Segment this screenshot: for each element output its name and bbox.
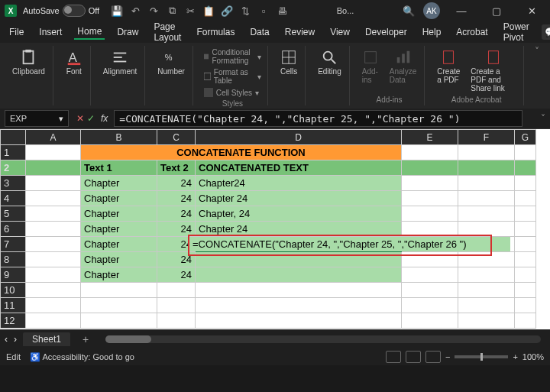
addins-button[interactable]: Add-ins xyxy=(359,47,382,86)
name-box[interactable]: EXP▾ xyxy=(5,110,69,127)
row-8[interactable]: 8 xyxy=(1,252,26,267)
menu-draw[interactable]: Draw xyxy=(114,25,141,39)
cell-B7[interactable]: Chapter xyxy=(81,237,157,252)
cell-C4[interactable]: 24 xyxy=(157,191,196,206)
cell-C8[interactable]: 24 xyxy=(157,252,196,267)
row-9[interactable]: 9 xyxy=(1,267,26,283)
menu-review[interactable]: Review xyxy=(282,25,318,39)
worksheet[interactable]: A B C D E F G 1CONCATENATE FUNCTION 2Tex… xyxy=(0,129,550,329)
sheet-tab-1[interactable]: Sheet1 xyxy=(23,332,70,346)
menu-home[interactable]: Home xyxy=(74,24,105,40)
zoom-out-icon[interactable]: − xyxy=(445,352,450,361)
cell-B3[interactable]: Chapter xyxy=(81,176,157,191)
row-1[interactable]: 1 xyxy=(1,145,26,160)
conditional-formatting-button[interactable]: Conditional Formatting ▾ xyxy=(202,47,263,66)
row-12[interactable]: 12 xyxy=(1,313,26,329)
format-as-table-button[interactable]: Format as Table ▾ xyxy=(202,67,263,86)
formula-input[interactable]: =CONCATENATE("Chapter 24, ","Chapter 25,… xyxy=(114,110,522,127)
menu-page-layout[interactable]: Page Layout xyxy=(150,20,184,44)
alignment-button[interactable]: Alignment xyxy=(100,47,140,77)
menu-insert[interactable]: Insert xyxy=(36,25,65,39)
add-sheet-icon[interactable]: + xyxy=(76,333,95,345)
chevron-down-icon[interactable]: ▾ xyxy=(59,114,63,124)
cell-B6[interactable]: Chapter xyxy=(81,222,157,237)
menu-help[interactable]: Help xyxy=(419,25,445,39)
font-button[interactable]: AFont xyxy=(63,47,86,77)
toggle-off-icon[interactable] xyxy=(63,5,86,17)
cell-B9[interactable]: Chapter xyxy=(81,267,157,283)
col-G[interactable]: G xyxy=(515,130,536,145)
cell-B4[interactable]: Chapter xyxy=(81,191,157,206)
row-4[interactable]: 4 xyxy=(1,191,26,206)
share-pdf-button[interactable]: Create a PDF and Share link xyxy=(467,47,519,94)
autosave-toggle[interactable]: AutoSave Off xyxy=(23,5,99,17)
col-A[interactable]: A xyxy=(26,130,81,145)
collapse-ribbon-icon[interactable]: ˅ xyxy=(529,46,545,105)
col-C[interactable]: C xyxy=(157,130,196,145)
redo-icon[interactable]: ↷ xyxy=(147,4,160,18)
cell-D6[interactable]: Chapter 24 xyxy=(196,222,402,237)
cell-D9[interactable] xyxy=(196,267,402,283)
print-icon[interactable]: 🖶 xyxy=(275,4,289,18)
cell-B8[interactable]: Chapter xyxy=(81,252,157,267)
cut-icon[interactable]: ✂ xyxy=(183,4,197,18)
cell-C6[interactable]: 24 xyxy=(157,222,196,237)
col-B[interactable]: B xyxy=(81,130,157,145)
paste-icon[interactable]: 📋 xyxy=(202,4,215,18)
cell-title[interactable]: CONCATENATE FUNCTION xyxy=(81,145,402,160)
menu-power-pivot[interactable]: Power Pivot xyxy=(500,20,532,44)
row-10[interactable]: 10 xyxy=(1,283,26,298)
row-6[interactable]: 6 xyxy=(1,222,26,237)
menu-data[interactable]: Data xyxy=(247,25,272,39)
number-button[interactable]: %Number xyxy=(154,47,188,77)
row-11[interactable]: 11 xyxy=(1,298,26,313)
page-break-view-icon[interactable] xyxy=(425,351,441,363)
normal-view-icon[interactable] xyxy=(386,351,401,363)
search-icon[interactable]: 🔍 xyxy=(402,4,416,18)
cell-C5[interactable]: 24 xyxy=(157,206,196,222)
cell-B5[interactable]: Chapter xyxy=(81,206,157,222)
paste-button[interactable]: Clipboard xyxy=(9,47,48,77)
zoom-level[interactable]: 100% xyxy=(522,352,544,361)
accept-formula-icon[interactable]: ✓ xyxy=(87,113,95,124)
fx-icon[interactable]: fx xyxy=(98,113,111,124)
col-D[interactable]: D xyxy=(196,130,402,145)
menu-formulas[interactable]: Formulas xyxy=(193,25,238,39)
cell-styles-button[interactable]: Cell Styles ▾ xyxy=(202,87,263,98)
link-icon[interactable]: 🔗 xyxy=(220,4,234,18)
cell-D5[interactable]: Chapter, 24 xyxy=(196,206,402,222)
menu-acrobat[interactable]: Acrobat xyxy=(453,25,490,39)
comments-icon[interactable]: 💬 xyxy=(542,24,550,40)
column-headers[interactable]: A B C D E F G xyxy=(1,130,536,145)
cells-button[interactable]: Cells xyxy=(277,47,300,77)
grid[interactable]: A B C D E F G 1CONCATENATE FUNCTION 2Tex… xyxy=(0,129,536,329)
cell-B2[interactable]: Text 1 xyxy=(81,160,157,176)
row-5[interactable]: 5 xyxy=(1,206,26,222)
minimize-icon[interactable]: — xyxy=(448,0,475,21)
prev-sheet-icon[interactable]: ‹ xyxy=(5,334,8,345)
cancel-formula-icon[interactable]: ✕ xyxy=(76,113,84,124)
create-pdf-button[interactable]: Create a PDF xyxy=(434,47,463,86)
analyze-data-button[interactable]: Analyze Data xyxy=(387,47,420,86)
cell-D4[interactable]: Chapter 24 xyxy=(196,191,402,206)
menu-developer[interactable]: Developer xyxy=(362,25,410,39)
cell-D7-overflow[interactable]: =CONCATENATE("Chapter 24, ","Chapter 25,… xyxy=(189,237,510,251)
row-2[interactable]: 2 xyxy=(1,160,26,176)
undo-icon[interactable]: ↶ xyxy=(128,4,142,18)
expand-formula-icon[interactable]: ˅ xyxy=(536,113,550,124)
col-E[interactable]: E xyxy=(402,130,458,145)
next-sheet-icon[interactable]: › xyxy=(14,334,17,345)
menu-file[interactable]: File xyxy=(6,25,27,39)
save-icon[interactable]: 💾 xyxy=(110,4,124,18)
row-3[interactable]: 3 xyxy=(1,176,26,191)
new-icon[interactable]: ▫ xyxy=(257,4,270,18)
sort-icon[interactable]: ⇅ xyxy=(238,4,252,18)
page-layout-view-icon[interactable] xyxy=(406,351,421,363)
horizontal-scrollbar[interactable] xyxy=(105,335,541,343)
cell-C9[interactable]: 24 xyxy=(157,267,196,283)
cell-C3[interactable]: 24 xyxy=(157,176,196,191)
zoom-in-icon[interactable]: + xyxy=(513,352,517,361)
editing-button[interactable]: Editing xyxy=(315,47,345,77)
cell-D2[interactable]: CONCATENATED TEXT xyxy=(196,160,402,176)
copy-icon[interactable]: ⧉ xyxy=(165,4,179,18)
